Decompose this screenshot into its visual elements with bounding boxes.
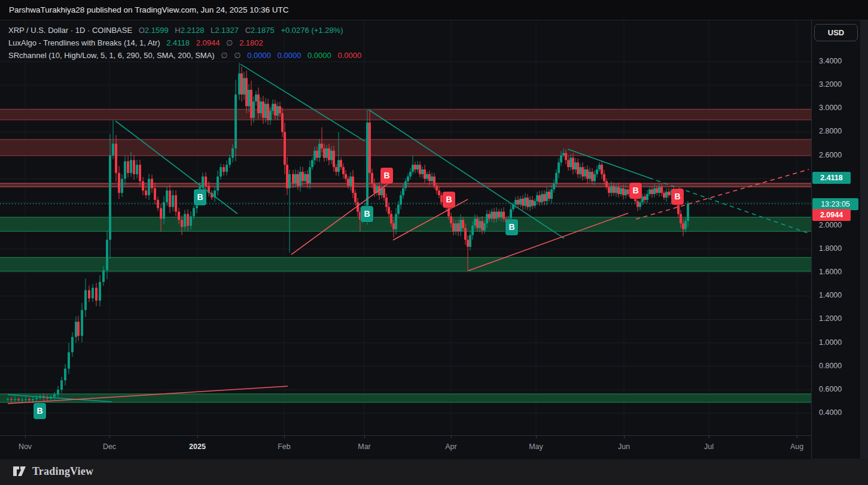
mid-value: 2.1802	[239, 38, 263, 47]
break-badge: B	[505, 219, 518, 235]
price-axis-label: 2.6000	[819, 151, 842, 159]
price-axis-label: 1.4000	[819, 291, 842, 299]
price-tag: 2.0944	[812, 209, 851, 221]
price-axis-label: 1.8000	[819, 244, 842, 253]
legend-indicator-row-luxalgo[interactable]: LuxAlgo - Trendlines with Breaks (14, 1,…	[8, 37, 361, 49]
price-axis-label: 2.0000	[819, 221, 842, 229]
symbol-title: XRP / U.S. Dollar · 1D · COINBASE	[8, 26, 132, 35]
price-axis[interactable]: 3.40003.20003.00002.80002.60002.00001.80…	[811, 20, 868, 459]
price-axis-label: 1.2000	[819, 314, 842, 323]
tradingview-snapshot: ParshwaTurakhiya28 published on TradingV…	[0, 0, 868, 485]
bottom-brand-bar: TradingView	[0, 459, 868, 485]
time-axis-label: Jul	[704, 442, 714, 451]
time-axis-tick	[451, 436, 452, 438]
time-axis-tick	[364, 436, 365, 438]
price-axis-label: 2.8000	[819, 127, 842, 135]
lower-trendline-value: 2.0944	[196, 38, 220, 47]
close-label: C	[245, 26, 251, 35]
open-label: O	[139, 26, 145, 35]
sr-value-2: 0.0000	[278, 51, 301, 60]
low-value: 2.1327	[215, 26, 239, 35]
time-axis-tick	[284, 436, 285, 438]
empty-set-symbol: ∅	[221, 51, 227, 60]
break-badge: B	[443, 192, 455, 208]
sr-value-4: 0.0000	[337, 51, 361, 60]
legend-symbol-row[interactable]: XRP / U.S. Dollar · 1D · COINBASE O2.159…	[8, 24, 361, 37]
break-badge: B	[361, 206, 373, 222]
empty-set-symbol: ∅	[226, 38, 233, 47]
time-axis-label: Nov	[19, 442, 32, 451]
break-badge: B	[671, 189, 684, 205]
price-axis-label: 3.2000	[819, 80, 842, 89]
price-axis-label: 1.0000	[819, 338, 842, 347]
time-axis-label: May	[529, 442, 543, 451]
time-axis-tick	[25, 436, 26, 438]
time-axis-label: Jun	[618, 442, 630, 451]
change-value: +0.0276 (+1.28%)	[281, 26, 343, 35]
break-badge: B	[380, 168, 393, 184]
time-axis-label: Mar	[358, 442, 371, 451]
break-badge: B	[194, 189, 206, 205]
indicator-name: SRchannel (10, High/Low, 5, 1, 6, 290, 5…	[8, 51, 215, 60]
empty-set-symbol: ∅	[234, 51, 240, 60]
open-value: 2.1599	[145, 26, 169, 35]
price-axis-label: 0.8000	[819, 362, 842, 370]
snapshot-header: ParshwaTurakhiya28 published on TradingV…	[0, 0, 868, 20]
time-axis-tick	[709, 436, 709, 438]
high-label: H	[175, 26, 180, 35]
legend-indicator-row-srchannel[interactable]: SRchannel (10, High/Low, 5, 1, 6, 290, 5…	[8, 49, 361, 62]
time-axis-label: 2025	[189, 442, 206, 451]
time-axis-label: Aug	[790, 442, 803, 451]
time-axis-tick	[109, 436, 110, 438]
tradingview-wordmark: TradingView	[32, 465, 93, 478]
time-axis-label: Dec	[103, 442, 116, 451]
price-tag: 2.4118	[812, 172, 851, 184]
upper-trendline-value: 2.4118	[166, 38, 190, 47]
price-axis-label: 0.6000	[819, 385, 842, 393]
time-axis-tick	[536, 436, 537, 438]
tradingview-logo-icon	[13, 465, 27, 478]
currency-toggle-button[interactable]: USD	[814, 24, 858, 41]
time-axis-label: Feb	[278, 442, 291, 451]
legend: XRP / U.S. Dollar · 1D · COINBASE O2.159…	[8, 24, 361, 62]
close-value: 2.1875	[251, 26, 275, 35]
price-axis-label: 3.0000	[819, 104, 842, 112]
axis-gutter	[860, 20, 868, 459]
price-axis-label: 3.4000	[819, 57, 842, 65]
high-value: 2.2128	[181, 26, 205, 35]
break-badge: B	[33, 403, 46, 419]
time-axis-tick	[624, 436, 625, 438]
break-badge: B	[629, 183, 642, 199]
chart-canvas[interactable]	[0, 20, 868, 435]
time-axis-tick	[197, 436, 198, 438]
time-axis-label: Apr	[445, 442, 456, 451]
header-text: ParshwaTurakhiya28 published on TradingV…	[9, 5, 289, 14]
price-axis-label: 1.6000	[819, 268, 842, 276]
sr-value-3: 0.0000	[307, 51, 331, 60]
countdown-tag: 13:23:05	[812, 198, 858, 210]
indicator-name: LuxAlgo - Trendlines with Breaks (14, 1,…	[8, 38, 160, 47]
time-axis[interactable]: NovDec2025FebMarAprMayJunJulAug	[0, 435, 811, 459]
sr-value-1: 0.0000	[247, 51, 271, 60]
time-axis-tick	[797, 436, 797, 438]
price-axis-label: 0.4000	[819, 408, 842, 417]
